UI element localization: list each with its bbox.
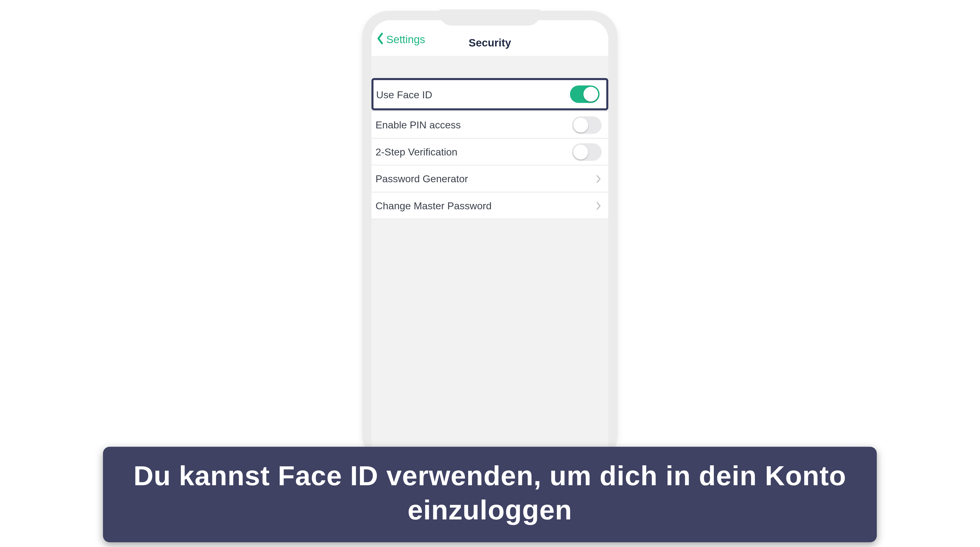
toggle-knob: [573, 144, 588, 159]
toggle-knob: [583, 87, 598, 102]
toggle-use-face-id[interactable]: [570, 86, 600, 103]
chevron-right-icon: [595, 174, 602, 183]
phone-screen: Settings Security Use Face ID Enable PIN…: [371, 20, 608, 452]
row-label: Password Generator: [375, 173, 468, 184]
row-use-face-id[interactable]: Use Face ID: [371, 78, 608, 111]
phone-notch: [439, 10, 540, 25]
row-password-generator[interactable]: Password Generator: [371, 165, 608, 192]
row-label: 2-Step Verification: [375, 146, 457, 157]
navbar: Settings Security: [371, 20, 608, 56]
toggle-knob: [573, 118, 588, 132]
row-change-master-password[interactable]: Change Master Password: [371, 192, 608, 219]
phone-frame: Settings Security Use Face ID Enable PIN…: [362, 11, 618, 461]
row-enable-pin-access[interactable]: Enable PIN access: [371, 112, 608, 138]
settings-list: Use Face ID Enable PIN access 2-Step Ver…: [371, 78, 608, 219]
row-label: Change Master Password: [375, 200, 492, 211]
chevron-left-icon: [375, 32, 385, 47]
row-two-step-verification[interactable]: 2-Step Verification: [371, 138, 608, 165]
toggle-two-step-verification[interactable]: [572, 143, 602, 161]
back-button[interactable]: Settings: [375, 32, 425, 47]
page-title: Security: [469, 37, 511, 49]
toggle-enable-pin-access[interactable]: [572, 116, 602, 134]
caption-text: Du kannst Face ID verwenden, um dich in …: [134, 460, 846, 525]
back-label: Settings: [386, 33, 425, 45]
row-label: Enable PIN access: [375, 119, 461, 131]
chevron-right-icon: [595, 201, 602, 210]
caption-banner: Du kannst Face ID verwenden, um dich in …: [103, 447, 877, 542]
row-label: Use Face ID: [376, 89, 433, 100]
